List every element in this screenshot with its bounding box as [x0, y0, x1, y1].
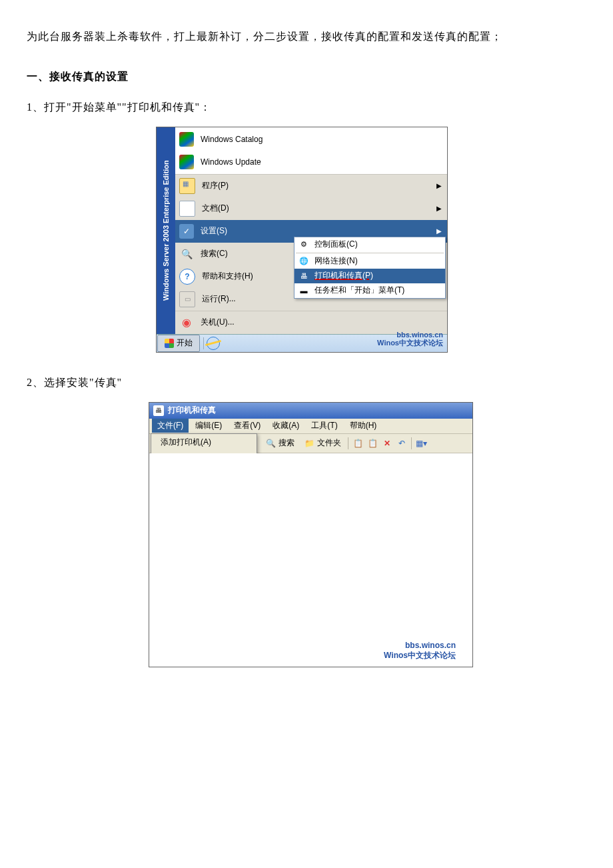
watermark: bbs.winos.cn — [396, 331, 443, 339]
ie-icon[interactable] — [207, 337, 220, 350]
submenu-arrow-icon: ▶ — [436, 182, 442, 189]
folders-icon: 📁 — [304, 438, 314, 449]
documents-icon — [179, 201, 195, 217]
undo-icon[interactable]: ↶ — [396, 438, 407, 449]
menu-item-windows-catalog[interactable]: Windows Catalog — [175, 128, 447, 151]
step-2: 2、选择安装"传真" — [27, 376, 586, 390]
taskbar-watermark: Winos中文技术论坛 — [377, 338, 447, 348]
file-add-printer[interactable]: 添加打印机(A) — [151, 434, 257, 451]
start-button[interactable]: 开始 — [157, 335, 200, 352]
submenu-arrow-icon: ▶ — [436, 205, 442, 212]
submenu-printers-fax[interactable]: 🖶打印机和传真(P) — [295, 269, 445, 283]
content-area: bbs.winos.cn Winos中文技术论坛 — [149, 453, 472, 667]
settings-submenu: ⚙控制面板(C) 🌐网络连接(N) 🖶打印机和传真(P) ▬任务栏和「开始」菜单… — [294, 237, 446, 299]
start-flag-icon — [165, 339, 174, 348]
settings-icon — [179, 224, 194, 239]
menu-view[interactable]: 查看(V) — [229, 419, 266, 433]
run-icon — [179, 291, 195, 307]
network-icon: 🌐 — [299, 256, 309, 267]
menu-favorites[interactable]: 收藏(A) — [267, 419, 305, 433]
search-icon — [179, 247, 194, 261]
window-icon — [153, 405, 164, 416]
delete-icon[interactable]: ✕ — [382, 438, 392, 449]
window-titlebar: 打印机和传真 — [149, 403, 472, 419]
screenshot-start-menu: Windows Server 2003 Enterprise Edition W… — [156, 127, 448, 353]
printer-icon: 🖶 — [299, 271, 309, 281]
search-icon: 🔍 — [265, 438, 276, 449]
screenshot-printers-window: 打印机和传真 文件(F) 编辑(E) 查看(V) 收藏(A) 工具(T) 帮助(… — [149, 402, 473, 667]
shutdown-icon — [179, 315, 194, 330]
menu-file[interactable]: 文件(F) — [152, 419, 189, 433]
menu-help[interactable]: 帮助(H) — [344, 419, 382, 433]
intro-paragraph: 为此台服务器装上杀毒软件，打上最新补订，分二步设置，接收传真的配置和发送传真的配… — [27, 27, 586, 47]
toolbar-search[interactable]: 🔍搜索 — [263, 436, 297, 450]
menubar: 文件(F) 编辑(E) 查看(V) 收藏(A) 工具(T) 帮助(H) — [149, 419, 472, 434]
views-icon[interactable]: ▦▾ — [416, 438, 426, 449]
help-icon — [179, 269, 195, 285]
toolbar-folders[interactable]: 📁文件夹 — [301, 436, 344, 450]
menu-item-programs[interactable]: 程序(P)▶ — [175, 175, 447, 197]
menu-item-documents[interactable]: 文档(D)▶ — [175, 197, 447, 220]
copy-to-icon[interactable]: 📋 — [352, 438, 363, 449]
submenu-control-panel[interactable]: ⚙控制面板(C) — [295, 237, 445, 252]
windows-flag-icon — [179, 155, 194, 169]
programs-icon — [179, 178, 195, 194]
submenu-taskbar[interactable]: ▬任务栏和「开始」菜单(T) — [295, 283, 445, 298]
start-menu-side-banner: Windows Server 2003 Enterprise Edition — [157, 127, 175, 334]
window-title: 打印机和传真 — [168, 405, 216, 416]
watermark: bbs.winos.cn Winos中文技术论坛 — [384, 641, 456, 661]
section-heading-1: 一、接收传真的设置 — [27, 67, 586, 87]
control-panel-icon: ⚙ — [299, 239, 309, 250]
taskbar-icon: ▬ — [299, 285, 309, 296]
menu-tools[interactable]: 工具(T) — [306, 419, 342, 433]
step-1: 1、打开"开始菜单""打印机和传真"： — [27, 101, 586, 115]
menu-edit[interactable]: 编辑(E) — [190, 419, 227, 433]
submenu-arrow-icon: ▶ — [436, 227, 442, 235]
submenu-network[interactable]: 🌐网络连接(N) — [295, 254, 445, 269]
windows-flag-icon — [179, 132, 194, 147]
move-to-icon[interactable]: 📋 — [367, 438, 378, 449]
menu-item-windows-update[interactable]: Windows Update — [175, 151, 447, 173]
